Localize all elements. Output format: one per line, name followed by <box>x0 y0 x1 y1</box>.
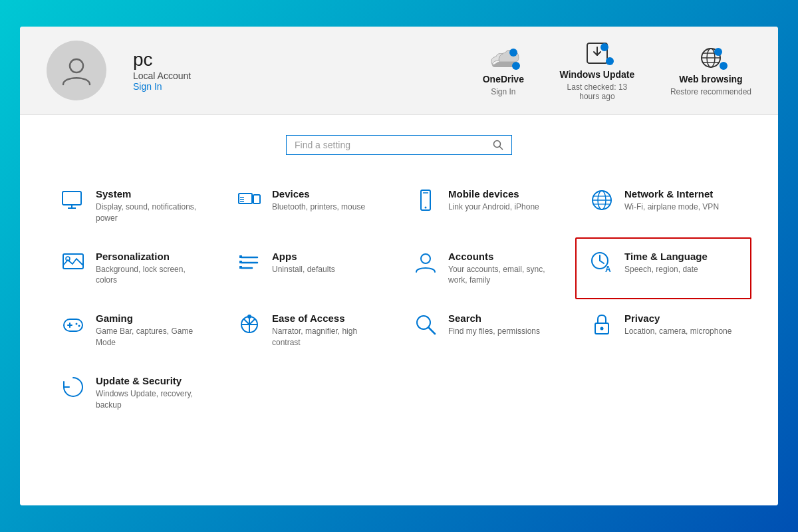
windows-update-label: Windows Update <box>560 69 635 80</box>
profile-bar: pc Local Account Sign In OneDrive <box>20 27 778 115</box>
time-language-text: Time & Language Speech, region, date <box>624 251 708 275</box>
search-container <box>47 135 751 155</box>
devices-text: Devices Bluetooth, printers, mouse <box>272 188 365 213</box>
apps-text: Apps Uninstall, defaults <box>272 251 335 275</box>
profile-name: pc <box>133 49 191 70</box>
privacy-desc: Location, camera, microphone <box>624 326 732 337</box>
settings-grid: System Display, sound, notifications, po… <box>47 175 751 424</box>
network-title: Network & Internet <box>624 188 719 200</box>
web-browsing-status-dot <box>720 62 728 70</box>
ease-of-access-desc: Narrator, magnifier, high contrast <box>272 326 384 348</box>
web-browsing-app[interactable]: Web browsing Restore recommended <box>670 45 751 96</box>
svg-point-11 <box>714 48 722 56</box>
apps-title: Apps <box>272 251 335 262</box>
ease-of-access-icon <box>237 313 261 336</box>
settings-window: pc Local Account Sign In OneDrive <box>20 27 778 505</box>
apps-desc: Uninstall, defaults <box>272 264 335 275</box>
network-text: Network & Internet Wi-Fi, airplane mode,… <box>624 188 719 213</box>
mobile-devices-text: Mobile devices Link your Android, iPhone <box>448 188 539 213</box>
gaming-title: Gaming <box>96 313 208 324</box>
setting-privacy[interactable]: Privacy Location, camera, microphone <box>575 299 751 362</box>
onedrive-label: OneDrive <box>483 74 524 84</box>
system-title: System <box>96 188 208 200</box>
accounts-desc: Your accounts, email, sync, work, family <box>448 264 561 287</box>
windows-update-status-dot <box>606 57 614 65</box>
gaming-icon <box>61 313 85 336</box>
ease-of-access-title: Ease of Access <box>272 313 384 324</box>
setting-personalization[interactable]: Personalization Background, lock screen,… <box>47 237 223 300</box>
svg-rect-37 <box>239 261 242 263</box>
system-text: System Display, sound, notifications, po… <box>96 188 208 224</box>
time-language-title: Time & Language <box>624 251 708 262</box>
svg-rect-18 <box>253 195 260 203</box>
devices-title: Devices <box>272 188 365 200</box>
system-icon <box>61 188 85 212</box>
svg-point-48 <box>78 325 80 327</box>
setting-mobile-devices[interactable]: Mobile devices Link your Android, iPhone <box>399 175 575 237</box>
privacy-title: Privacy <box>624 313 732 324</box>
svg-point-0 <box>70 59 83 72</box>
svg-line-54 <box>249 319 255 325</box>
setting-system[interactable]: System Display, sound, notifications, po… <box>47 175 223 237</box>
network-icon <box>590 188 614 212</box>
web-browsing-icon-area <box>694 45 728 71</box>
setting-accounts[interactable]: Accounts Your accounts, email, sync, wor… <box>399 237 575 300</box>
svg-point-55 <box>417 316 430 329</box>
onedrive-status-dot <box>512 62 520 70</box>
setting-network[interactable]: Network & Internet Wi-Fi, airplane mode,… <box>575 175 751 237</box>
devices-desc: Bluetooth, printers, mouse <box>272 201 365 213</box>
svg-line-13 <box>500 147 503 150</box>
apps-icon <box>237 251 261 275</box>
network-desc: Wi-Fi, airplane mode, VPN <box>624 201 719 213</box>
user-avatar-icon <box>60 54 93 87</box>
onedrive-app[interactable]: OneDrive Sign In <box>483 45 524 96</box>
mobile-icon <box>414 188 438 212</box>
svg-rect-14 <box>63 192 81 205</box>
profile-info: pc Local Account Sign In <box>133 49 191 92</box>
svg-point-58 <box>600 327 604 331</box>
windows-update-sublabel: Last checked: 13 hours ago <box>557 82 637 101</box>
setting-ease-of-access[interactable]: Ease of Access Narrator, magnifier, high… <box>223 299 399 362</box>
search-box[interactable] <box>286 135 512 155</box>
web-browsing-sublabel: Restore recommended <box>670 87 751 96</box>
time-language-icon: A <box>590 251 614 275</box>
personalization-icon <box>61 251 85 275</box>
svg-line-53 <box>244 319 249 325</box>
web-browsing-label: Web browsing <box>679 74 742 84</box>
setting-update-security[interactable]: Update & Security Windows Update, recove… <box>47 362 223 424</box>
svg-line-56 <box>429 328 435 334</box>
privacy-icon <box>590 313 614 336</box>
search-icon <box>493 140 503 150</box>
setting-apps[interactable]: Apps Uninstall, defaults <box>223 237 399 300</box>
update-security-desc: Windows Update, recovery, backup <box>96 388 208 411</box>
onedrive-sublabel: Sign In <box>491 87 515 96</box>
update-security-icon <box>61 375 85 399</box>
profile-apps: OneDrive Sign In Windows Update Last ch <box>483 40 751 101</box>
update-security-text: Update & Security Windows Update, recove… <box>96 375 208 411</box>
personalization-desc: Background, lock screen, colors <box>96 264 208 287</box>
search-input[interactable] <box>295 140 493 150</box>
ease-of-access-text: Ease of Access Narrator, magnifier, high… <box>272 313 384 348</box>
svg-line-42 <box>600 261 604 263</box>
settings-content: System Display, sound, notifications, po… <box>20 115 778 505</box>
svg-point-5 <box>602 45 607 50</box>
privacy-text: Privacy Location, camera, microphone <box>624 313 732 337</box>
svg-rect-38 <box>239 266 242 269</box>
setting-devices[interactable]: Devices Bluetooth, printers, mouse <box>223 175 399 237</box>
system-desc: Display, sound, notifications, power <box>96 201 208 224</box>
time-language-desc: Speech, region, date <box>624 264 708 275</box>
mobile-devices-title: Mobile devices <box>448 188 539 200</box>
setting-time-language[interactable]: A Time & Language Speech, region, date <box>575 237 751 300</box>
profile-signin-link[interactable]: Sign In <box>133 81 191 92</box>
setting-gaming[interactable]: Gaming Game Bar, captures, Game Mode <box>47 299 223 362</box>
setting-search[interactable]: Search Find my files, permissions <box>399 299 575 362</box>
windows-update-app[interactable]: Windows Update Last checked: 13 hours ag… <box>557 40 637 101</box>
search-settings-icon <box>414 313 438 336</box>
accounts-text: Accounts Your accounts, email, sync, wor… <box>448 251 561 287</box>
onedrive-icon-area <box>487 45 520 71</box>
gaming-desc: Game Bar, captures, Game Mode <box>96 326 208 348</box>
svg-point-23 <box>425 207 427 209</box>
mobile-devices-desc: Link your Android, iPhone <box>448 201 539 213</box>
search-settings-text: Search Find my files, permissions <box>448 313 540 337</box>
svg-point-47 <box>76 323 78 325</box>
